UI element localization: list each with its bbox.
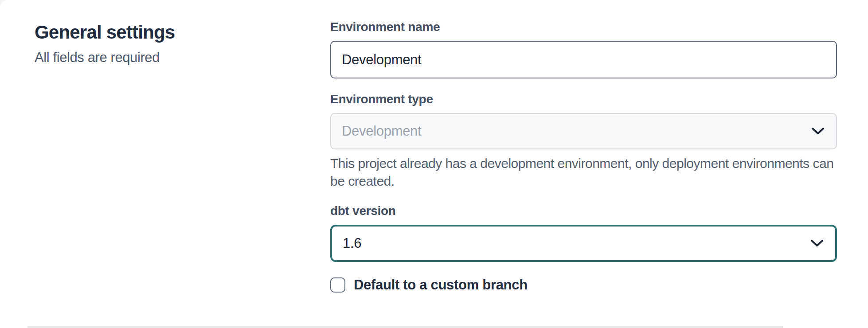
environment-type-value: Development: [342, 123, 421, 139]
chevron-down-icon: [811, 127, 825, 135]
section-divider: [27, 326, 783, 328]
environment-type-helper-text: This project already has a development e…: [330, 155, 837, 190]
dbt-version-select[interactable]: 1.6: [330, 225, 837, 262]
page-subtitle: All fields are required: [35, 50, 313, 66]
dbt-version-value: 1.6: [343, 235, 361, 251]
chevron-down-icon: [810, 239, 824, 247]
general-settings-section: General settings All fields are required…: [0, 0, 868, 293]
settings-form: Environment name Environment type Develo…: [330, 0, 837, 293]
settings-card: General settings All fields are required…: [0, 0, 868, 328]
environment-type-label: Environment type: [330, 92, 837, 107]
page-title: General settings: [35, 22, 313, 43]
section-intro: General settings All fields are required: [0, 0, 330, 66]
environment-name-input[interactable]: [330, 41, 837, 78]
dbt-version-label: dbt version: [330, 203, 837, 219]
custom-branch-label[interactable]: Default to a custom branch: [354, 277, 528, 293]
environment-type-select[interactable]: Development: [330, 113, 837, 149]
custom-branch-checkbox[interactable]: [330, 277, 345, 293]
custom-branch-row: Default to a custom branch: [330, 277, 837, 293]
environment-name-label: Environment name: [330, 20, 837, 35]
